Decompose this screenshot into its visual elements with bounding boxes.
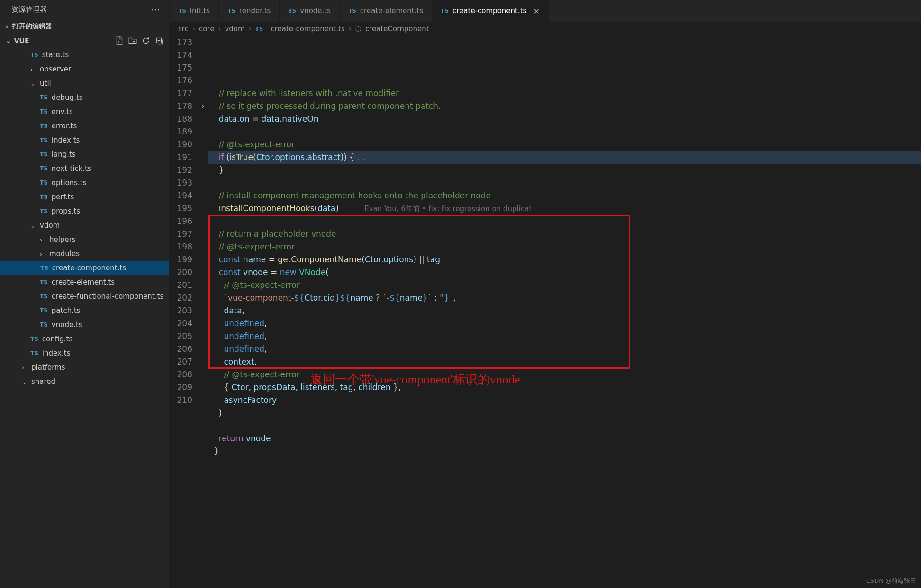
- crumb-file[interactable]: create-component.ts: [271, 25, 344, 33]
- code-line[interactable]: context,: [208, 356, 921, 368]
- code-line[interactable]: // return a placeholder vnode: [208, 228, 921, 241]
- code-line[interactable]: `vue-component-${Ctor.cid}${name ? `-${n…: [208, 292, 921, 304]
- code-line[interactable]: installComponentHooks(data) Evan You, 6年…: [208, 202, 921, 215]
- line-number: 201: [170, 279, 192, 292]
- new-folder-icon[interactable]: [128, 36, 137, 45]
- breadcrumbs[interactable]: src› core› vdom› TS create-component.ts›…: [170, 22, 921, 36]
- ts-file-icon: TS: [40, 123, 48, 129]
- tree-file[interactable]: TSprops.ts: [0, 204, 169, 218]
- line-number: 174: [170, 49, 192, 62]
- code-line[interactable]: asyncFactory: [208, 394, 921, 407]
- code-content[interactable]: 返回一个带'vue-component'标识的vnode // replace …: [208, 36, 921, 588]
- ts-file-icon: TS: [227, 8, 235, 14]
- code-line[interactable]: [208, 419, 921, 432]
- code-line[interactable]: }: [208, 445, 921, 458]
- tree-file[interactable]: TSerror.ts: [0, 119, 169, 133]
- code-line[interactable]: undefined,: [208, 330, 921, 343]
- tree-folder[interactable]: ›observer: [0, 62, 169, 76]
- tree-file[interactable]: TSperf.ts: [0, 190, 169, 204]
- code-line[interactable]: data.on = data.nativeOn: [208, 113, 921, 125]
- new-file-icon[interactable]: [115, 36, 124, 45]
- code-line[interactable]: // @ts-expect-error: [208, 138, 921, 151]
- tree-file[interactable]: TSindex.ts: [0, 346, 169, 360]
- crumb-src[interactable]: src: [178, 25, 189, 33]
- tree-label: perf.ts: [52, 193, 74, 201]
- code-line[interactable]: }: [208, 164, 921, 177]
- crumb-symbol[interactable]: createComponent: [365, 25, 429, 33]
- code-line[interactable]: // so it gets processed during parent co…: [208, 100, 921, 113]
- code-line[interactable]: // @ts-expect-error: [208, 241, 921, 253]
- fold-gutter: [198, 74, 208, 87]
- tree-file[interactable]: TSdebug.ts: [0, 90, 169, 105]
- editor-tab[interactable]: TSinit.ts: [170, 0, 219, 22]
- close-icon[interactable]: ×: [533, 7, 539, 16]
- tree-folder[interactable]: ›modules: [0, 247, 169, 261]
- fold-gutter: [198, 394, 208, 407]
- fold-gutter: [198, 317, 208, 330]
- tree-file[interactable]: TSstate.ts: [0, 48, 169, 62]
- editor-tab[interactable]: TSvnode.ts: [280, 0, 340, 22]
- tree-file[interactable]: TSoptions.ts: [0, 176, 169, 190]
- code-line[interactable]: const name = getComponentName(Ctor.optio…: [208, 253, 921, 266]
- editor[interactable]: 1731741751761771781881891901911921931941…: [170, 36, 921, 588]
- crumb-core[interactable]: core: [199, 25, 215, 33]
- tree-folder[interactable]: ⌄vdom: [0, 218, 169, 232]
- crumb-vdom[interactable]: vdom: [225, 25, 244, 33]
- fold-gutter[interactable]: ›: [198, 100, 208, 113]
- code-line[interactable]: undefined,: [208, 343, 921, 356]
- refresh-icon[interactable]: [142, 36, 150, 45]
- tree-folder[interactable]: ⌄util: [0, 76, 169, 90]
- code-line[interactable]: const vnode = new VNode(: [208, 266, 921, 279]
- code-line[interactable]: if (isTrue(Ctor.options.abstract)) { …: [208, 151, 921, 164]
- code-line[interactable]: [208, 125, 921, 138]
- chevron-down-icon: ⌄: [30, 222, 37, 229]
- ts-file-icon: TS: [40, 94, 48, 101]
- code-line[interactable]: ): [208, 407, 921, 419]
- code-line[interactable]: // @ts-expect-error: [208, 279, 921, 292]
- explorer-more-icon[interactable]: ⋯: [151, 5, 161, 15]
- code-line[interactable]: data,: [208, 304, 921, 317]
- line-number: 177: [170, 87, 192, 100]
- open-editors-section[interactable]: › 打开的编辑器: [0, 19, 169, 34]
- editor-tab[interactable]: TScreate-element.ts: [340, 0, 432, 22]
- chevron-right-icon: ›: [40, 250, 46, 258]
- tree-file[interactable]: TScreate-component.ts: [0, 261, 169, 275]
- code-line[interactable]: [208, 215, 921, 228]
- tree-label: modules: [49, 249, 80, 258]
- project-header[interactable]: ⌄ VUE: [0, 34, 169, 48]
- fold-gutter: [198, 189, 208, 202]
- fold-gutter: [198, 330, 208, 343]
- code-line[interactable]: [208, 177, 921, 189]
- explorer-title: 资源管理器: [11, 5, 47, 14]
- tree-label: helpers: [49, 235, 76, 244]
- tree-file[interactable]: TSconfig.ts: [0, 332, 169, 346]
- line-number: 205: [170, 330, 192, 343]
- tree-folder[interactable]: ⌄shared: [0, 374, 169, 389]
- fold-gutter: [198, 304, 208, 317]
- tree-folder[interactable]: ›platforms: [0, 360, 169, 374]
- tree-file[interactable]: TSpatch.ts: [0, 303, 169, 318]
- annotation-text: 返回一个带'vue-component'标识的vnode: [310, 373, 520, 386]
- ts-file-icon: TS: [30, 350, 38, 356]
- tree-file[interactable]: TSvnode.ts: [0, 318, 169, 332]
- line-number: 176: [170, 74, 192, 87]
- tab-label: vnode.ts: [300, 7, 331, 15]
- code-line[interactable]: undefined,: [208, 317, 921, 330]
- line-number: 175: [170, 62, 192, 74]
- editor-tab[interactable]: TScreate-component.ts×: [432, 0, 549, 22]
- collapse-all-icon[interactable]: [155, 36, 163, 45]
- tree-folder[interactable]: ›helpers: [0, 232, 169, 247]
- line-number: 210: [170, 394, 192, 407]
- code-line[interactable]: // replace with listeners with .native m…: [208, 87, 921, 100]
- tree-file[interactable]: TScreate-functional-component.ts: [0, 289, 169, 303]
- tree-file[interactable]: TSlang.ts: [0, 147, 169, 161]
- code-line[interactable]: // install component management hooks on…: [208, 189, 921, 202]
- tree-label: shared: [31, 377, 55, 386]
- fold-gutter: [198, 228, 208, 241]
- tree-file[interactable]: TScreate-element.ts: [0, 275, 169, 289]
- tree-file[interactable]: TSindex.ts: [0, 133, 169, 147]
- tree-file[interactable]: TSnext-tick.ts: [0, 161, 169, 176]
- editor-tab[interactable]: TSrender.ts: [219, 0, 280, 22]
- tree-file[interactable]: TSenv.ts: [0, 105, 169, 119]
- code-line[interactable]: return vnode: [208, 432, 921, 445]
